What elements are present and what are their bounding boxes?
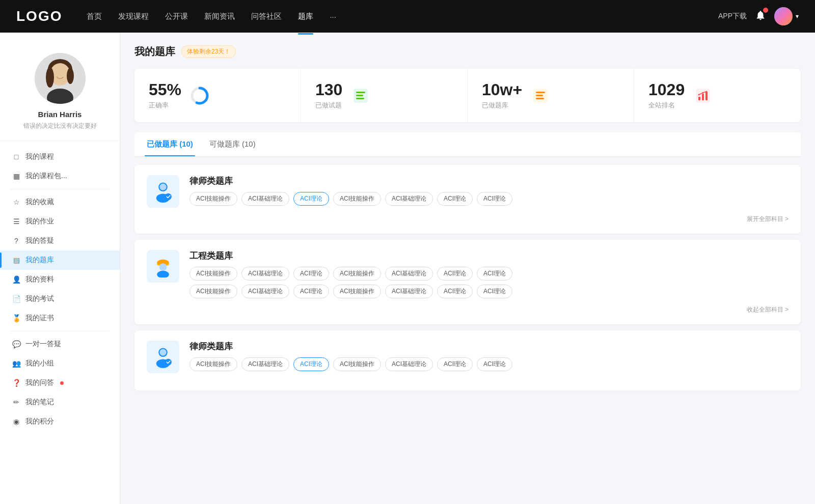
svg-point-33 — [159, 349, 166, 356]
cert-icon: 🏅 — [12, 314, 20, 322]
sidebar-item-my-qa[interactable]: ❓ 我的问答 — [0, 373, 120, 393]
page-header: 我的题库 体验剩余23天！ — [134, 45, 801, 59]
stat-questions: 130 已做试题 — [301, 69, 468, 122]
law2-tag-1[interactable]: ACI基础理论 — [241, 357, 289, 371]
sidebar-item-qa[interactable]: ? 我的答疑 — [0, 231, 120, 250]
header-right: APP下载 ▾ — [718, 7, 799, 25]
sidebar-item-group[interactable]: 👥 我的小组 — [0, 354, 120, 373]
list-yellow-icon — [530, 86, 551, 106]
eng-tag-6[interactable]: ACI理论 — [477, 267, 512, 281]
materials-icon: 👤 — [12, 275, 20, 284]
star-icon: ☆ — [12, 198, 20, 206]
sidebar-item-exam[interactable]: 📄 我的考试 — [0, 289, 120, 309]
eng-tag-7[interactable]: ACI技能操作 — [189, 285, 237, 298]
eng-tag-8[interactable]: ACI基础理论 — [241, 285, 289, 298]
user-motto: 错误的决定比没有决定要好 — [23, 122, 97, 130]
eng-tag-11[interactable]: ACI基础理论 — [385, 285, 433, 298]
qbank-info: 律师类题库 ACI技能操作 ACI基础理论 ACI理论 ACI技能操作 ACI基… — [189, 175, 512, 206]
tag-0[interactable]: ACI技能操作 — [189, 192, 237, 206]
tag-6[interactable]: ACI理论 — [477, 192, 512, 206]
qbank-engineer-header: 工程类题库 ACI技能操作 ACI基础理论 ACI理论 ACI技能操作 ACI基… — [147, 250, 789, 298]
sidebar-item-question-bank[interactable]: ▤ 我的题库 — [0, 250, 120, 270]
collapse-link-2[interactable]: 收起全部科目 > — [147, 305, 789, 314]
qbank-card-lawyer-1: 律师类题库 ACI技能操作 ACI基础理论 ACI理论 ACI技能操作 ACI基… — [134, 165, 801, 234]
eng-tag-9[interactable]: ACI理论 — [293, 285, 329, 298]
avatar-svg — [35, 53, 86, 104]
law2-tag-4[interactable]: ACI基础理论 — [385, 357, 433, 371]
svg-point-22 — [706, 91, 708, 92]
tag-1[interactable]: ACI基础理论 — [241, 192, 289, 206]
tag-5[interactable]: ACI理论 — [437, 192, 473, 206]
qa-icon: ? — [12, 237, 20, 245]
qbank-tags-2b: ACI技能操作 ACI基础理论 ACI理论 ACI技能操作 ACI基础理论 AC… — [189, 285, 512, 298]
sidebar-item-materials[interactable]: 👤 我的资料 — [0, 270, 120, 289]
eng-tag-13[interactable]: ACI理论 — [477, 285, 512, 298]
nav-home[interactable]: 首页 — [87, 10, 102, 23]
lawyer-icon-svg-2 — [152, 346, 174, 368]
eng-tag-1[interactable]: ACI基础理论 — [241, 267, 289, 281]
nav-more[interactable]: ··· — [330, 10, 336, 23]
trial-badge: 体验剩余23天！ — [181, 45, 236, 58]
law2-tag-5[interactable]: ACI理论 — [437, 357, 473, 371]
sidebar: Brian Harris 错误的决定比没有决定要好 □ 我的课程 ▦ 我的课程包… — [0, 33, 120, 504]
stats-row: 55% 正确率 130 已做试题 — [134, 69, 801, 122]
unread-dot — [60, 381, 64, 385]
svg-point-25 — [159, 184, 166, 190]
app-download-link[interactable]: APP下载 — [718, 12, 747, 21]
qbank-title-2: 工程类题库 — [189, 250, 512, 262]
sidebar-menu: □ 我的课程 ▦ 我的课程包... ☆ 我的收藏 ☰ 我的作业 ? 我的答疑 ▤ — [0, 141, 120, 437]
chart-red-icon — [693, 86, 713, 106]
nav-question-bank[interactable]: 题库 — [298, 10, 313, 23]
eng-tag-0[interactable]: ACI技能操作 — [189, 267, 237, 281]
tab-done-banks[interactable]: 已做题库 (10) — [145, 132, 195, 156]
eng-tag-4[interactable]: ACI基础理论 — [385, 267, 433, 281]
user-avatar-sidebar — [35, 53, 86, 104]
menu-divider-1 — [10, 189, 110, 189]
tag-3[interactable]: ACI技能操作 — [333, 192, 381, 206]
stat-accuracy-label: 正确率 — [149, 101, 181, 110]
sidebar-item-1on1[interactable]: 💬 一对一答疑 — [0, 334, 120, 354]
eng-tag-2[interactable]: ACI理论 — [293, 267, 329, 281]
avatar — [774, 7, 793, 25]
points-icon: ◉ — [12, 417, 20, 426]
qbank-lawyer2-info: 律师类题库 ACI技能操作 ACI基础理论 ACI理论 ACI技能操作 ACI基… — [189, 341, 512, 371]
law2-tag-3[interactable]: ACI技能操作 — [333, 357, 381, 371]
notification-bell[interactable] — [755, 10, 766, 23]
law2-tag-0[interactable]: ACI技能操作 — [189, 357, 237, 371]
sidebar-item-homework[interactable]: ☰ 我的作业 — [0, 212, 120, 231]
eng-tag-3[interactable]: ACI技能操作 — [333, 267, 381, 281]
law2-tag-6[interactable]: ACI理论 — [477, 357, 512, 371]
sidebar-item-course-package[interactable]: ▦ 我的课程包... — [0, 166, 120, 186]
sidebar-item-certificate[interactable]: 🏅 我的证书 — [0, 309, 120, 328]
sidebar-item-favorites[interactable]: ☆ 我的收藏 — [0, 192, 120, 212]
svg-point-4 — [46, 67, 54, 88]
svg-rect-15 — [536, 98, 544, 99]
expand-link-1[interactable]: 展开全部科目 > — [147, 215, 789, 223]
law2-tag-2-active[interactable]: ACI理论 — [293, 357, 329, 371]
user-avatar-header[interactable]: ▾ — [774, 7, 799, 25]
sidebar-item-my-courses[interactable]: □ 我的课程 — [0, 147, 120, 166]
stat-questions-value: 130 — [315, 81, 342, 99]
tab-available-banks[interactable]: 可做题库 (10) — [207, 132, 258, 156]
nav-qa[interactable]: 问答社区 — [251, 10, 282, 23]
tag-2-active[interactable]: ACI理论 — [293, 192, 329, 206]
stat-rank-label: 全站排名 — [648, 101, 685, 110]
svg-point-20 — [698, 94, 700, 95]
stat-questions-text: 130 已做试题 — [315, 81, 342, 110]
stat-questions-label: 已做试题 — [315, 101, 342, 110]
homework-icon: ☰ — [12, 217, 20, 226]
notes-icon: ✏ — [12, 398, 20, 406]
nav-open-course[interactable]: 公开课 — [165, 10, 188, 23]
myqa-icon: ❓ — [12, 379, 20, 387]
nav-news[interactable]: 新闻资讯 — [204, 10, 235, 23]
eng-tag-12[interactable]: ACI理论 — [437, 285, 473, 298]
page-layout: Brian Harris 错误的决定比没有决定要好 □ 我的课程 ▦ 我的课程包… — [0, 33, 815, 504]
eng-tag-10[interactable]: ACI技能操作 — [333, 285, 381, 298]
sidebar-item-points[interactable]: ◉ 我的积分 — [0, 412, 120, 431]
svg-rect-19 — [705, 92, 708, 100]
nav-discover[interactable]: 发现课程 — [118, 10, 149, 23]
eng-tag-5[interactable]: ACI理论 — [437, 267, 473, 281]
sidebar-item-notes[interactable]: ✏ 我的笔记 — [0, 393, 120, 412]
tag-4[interactable]: ACI基础理论 — [385, 192, 433, 206]
course-icon: □ — [12, 153, 20, 161]
